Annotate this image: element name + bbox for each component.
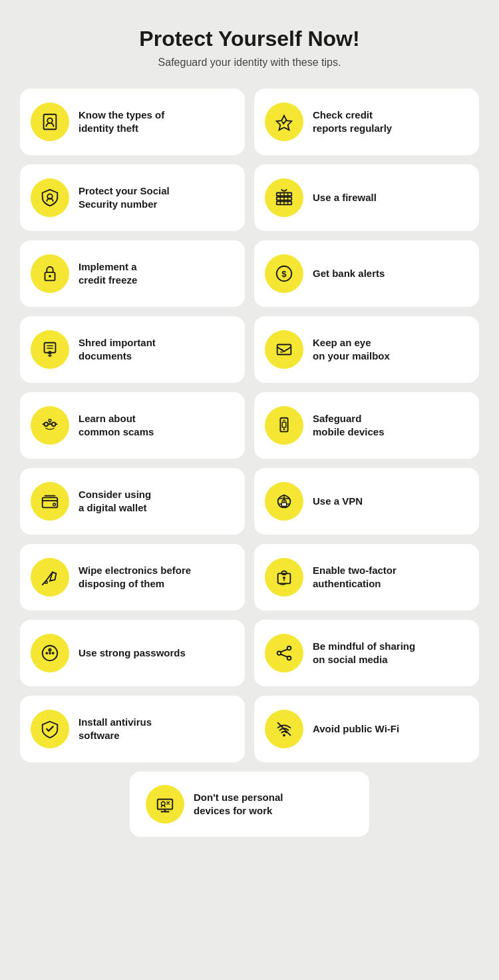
svg-point-44 bbox=[277, 651, 281, 655]
svg-line-46 bbox=[281, 649, 287, 652]
svg-rect-0 bbox=[44, 115, 57, 130]
mobile-icon bbox=[265, 406, 303, 445]
mailbox-icon bbox=[265, 330, 303, 369]
two-factor-label: Enable two-factorauthentication bbox=[313, 564, 397, 591]
card-firewall: Use a firewall bbox=[254, 164, 479, 231]
check-credit-label: Check creditreports regularly bbox=[313, 109, 392, 136]
shred-docs-label: Shred importantdocuments bbox=[79, 336, 156, 364]
card-shred-docs: Shred importantdocuments bbox=[20, 316, 245, 383]
card-digital-wallet: Consider usinga digital wallet bbox=[20, 468, 245, 535]
strong-passwords-label: Use strong passwords bbox=[79, 646, 186, 660]
svg-point-27 bbox=[283, 428, 285, 430]
svg-text:$: $ bbox=[281, 269, 287, 279]
page-header: Protect Yourself Now! Safeguard your ide… bbox=[139, 27, 359, 69]
protect-ssn-icon bbox=[31, 178, 69, 217]
credit-freeze-icon bbox=[31, 254, 69, 293]
vpn-label: Use a VPN bbox=[313, 495, 363, 508]
check-credit-icon bbox=[265, 103, 303, 141]
svg-point-30 bbox=[53, 503, 56, 506]
svg-point-43 bbox=[287, 646, 291, 650]
svg-point-45 bbox=[287, 656, 291, 660]
public-wifi-label: Avoid public Wi-Fi bbox=[313, 722, 399, 736]
digital-wallet-label: Consider usinga digital wallet bbox=[79, 488, 151, 515]
wipe-electronics-icon bbox=[31, 558, 69, 597]
page-title: Protect Yourself Now! bbox=[139, 27, 359, 51]
no-personal-devices-icon bbox=[146, 785, 184, 824]
card-strong-passwords: Use strong passwords bbox=[20, 620, 245, 686]
social-media-label: Be mindful of sharingon social media bbox=[313, 640, 415, 667]
card-no-personal-devices: Don't use personaldevices for work bbox=[130, 772, 369, 837]
card-antivirus: Install antivirussoftware bbox=[20, 696, 245, 762]
card-two-factor: Enable two-factorauthentication bbox=[254, 544, 479, 611]
two-factor-icon bbox=[265, 558, 303, 597]
wipe-electronics-label: Wipe electronics beforedisposing of them bbox=[79, 564, 191, 591]
card-social-media: Be mindful of sharingon social media bbox=[254, 620, 479, 686]
card-protect-ssn: Protect your SocialSecurity number bbox=[20, 164, 245, 231]
svg-rect-32 bbox=[281, 503, 287, 507]
card-mailbox: Keep an eyeon your mailbox bbox=[254, 316, 479, 383]
svg-point-22 bbox=[45, 422, 49, 426]
scams-icon bbox=[31, 406, 69, 445]
card-public-wifi: Avoid public Wi-Fi bbox=[254, 696, 479, 762]
svg-rect-28 bbox=[282, 422, 286, 427]
svg-point-41 bbox=[52, 652, 55, 654]
firewall-icon bbox=[265, 178, 303, 217]
shred-docs-icon bbox=[31, 330, 69, 369]
mailbox-label: Keep an eyeon your mailbox bbox=[313, 336, 390, 364]
svg-rect-19 bbox=[277, 345, 291, 355]
vpn-icon bbox=[265, 482, 303, 521]
svg-point-10 bbox=[49, 275, 51, 278]
firewall-label: Use a firewall bbox=[313, 191, 377, 204]
scams-label: Learn aboutcommon scams bbox=[79, 412, 154, 439]
card-vpn: Use a VPN bbox=[254, 468, 479, 535]
svg-point-53 bbox=[161, 802, 165, 806]
antivirus-label: Install antivirussoftware bbox=[79, 716, 152, 743]
svg-point-23 bbox=[52, 422, 56, 426]
card-know-types: Know the types ofidentity theft bbox=[20, 89, 245, 155]
card-bank-alerts: $ Get bank alerts bbox=[254, 240, 479, 307]
svg-point-40 bbox=[49, 652, 51, 654]
digital-wallet-icon bbox=[31, 482, 69, 521]
card-wipe-electronics: Wipe electronics beforedisposing of them bbox=[20, 544, 245, 611]
svg-point-33 bbox=[45, 581, 48, 584]
svg-line-47 bbox=[281, 654, 287, 657]
know-types-label: Know the types ofidentity theft bbox=[79, 109, 164, 136]
card-credit-freeze: Implement acredit freeze bbox=[20, 240, 245, 307]
card-mobile: Safeguardmobile devices bbox=[254, 392, 479, 459]
bank-alerts-icon: $ bbox=[265, 254, 303, 293]
mobile-label: Safeguardmobile devices bbox=[313, 412, 385, 439]
credit-freeze-label: Implement acredit freeze bbox=[79, 260, 137, 288]
svg-point-24 bbox=[49, 419, 51, 422]
svg-rect-29 bbox=[43, 497, 58, 507]
bank-alerts-label: Get bank alerts bbox=[313, 267, 385, 280]
know-types-icon bbox=[31, 103, 69, 141]
svg-point-48 bbox=[283, 734, 285, 737]
page-subtitle: Safeguard your identity with these tips. bbox=[139, 57, 359, 69]
card-scams: Learn aboutcommon scams bbox=[20, 392, 245, 459]
social-media-icon bbox=[265, 634, 303, 672]
svg-point-36 bbox=[283, 577, 285, 579]
strong-passwords-icon bbox=[31, 634, 69, 672]
svg-point-39 bbox=[45, 652, 48, 654]
svg-point-1 bbox=[47, 118, 53, 123]
antivirus-icon bbox=[31, 710, 69, 748]
tips-grid: Know the types ofidentity theft Check cr… bbox=[20, 89, 479, 762]
public-wifi-icon bbox=[265, 710, 303, 748]
card-check-credit: Check creditreports regularly bbox=[254, 89, 479, 155]
protect-ssn-label: Protect your SocialSecurity number bbox=[79, 184, 170, 212]
no-personal-devices-label: Don't use personaldevices for work bbox=[194, 791, 283, 818]
